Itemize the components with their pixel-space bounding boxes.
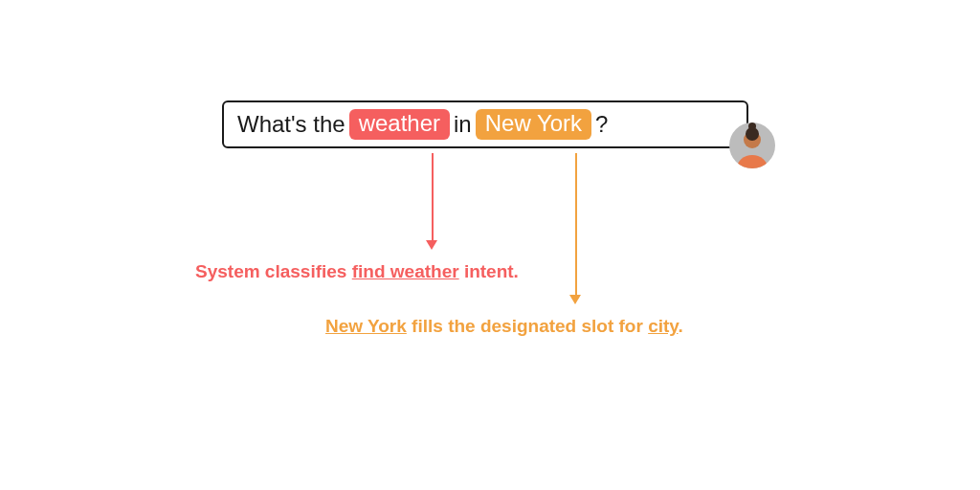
intent-label-key: find weather: [352, 261, 459, 281]
slot-arrow: [575, 153, 577, 297]
slot-arrow-head-icon: [569, 295, 581, 304]
slot-label-post: .: [679, 316, 683, 336]
slot-label: New York fills the designated slot for c…: [325, 316, 683, 337]
query-prefix: What's the: [237, 111, 345, 138]
intent-arrow-head-icon: [426, 240, 437, 250]
slot-label-mid: fills the designated slot for: [407, 316, 648, 336]
intent-label-post: intent.: [459, 261, 519, 281]
svg-point-1: [748, 122, 756, 130]
slot-label-slotname: city: [648, 316, 678, 336]
query-middle: in: [454, 111, 472, 138]
intent-pill: weather: [349, 109, 450, 140]
user-avatar-icon: [729, 122, 775, 168]
intent-arrow: [432, 153, 434, 242]
query-bubble: What's the weather in New York ?: [222, 100, 748, 148]
slot-label-value: New York: [325, 316, 407, 336]
slot-pill: New York: [476, 109, 591, 140]
intent-label: System classifies find weather intent.: [195, 261, 519, 282]
intent-label-pre: System classifies: [195, 261, 352, 281]
query-suffix: ?: [595, 111, 608, 138]
